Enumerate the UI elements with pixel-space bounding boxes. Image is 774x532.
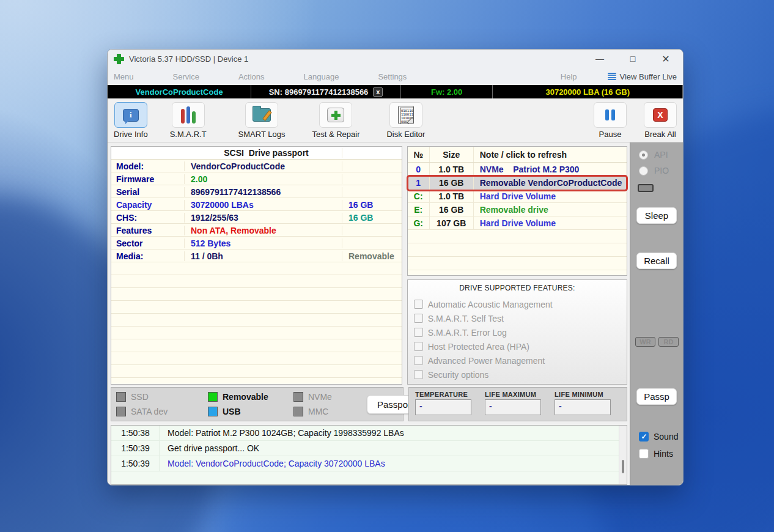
first-aid-icon <box>327 108 344 122</box>
passp-button[interactable]: Passp <box>636 388 677 405</box>
drive-note: NVMe Patriot M.2 P300 <box>474 164 627 174</box>
passport-row: Sector 512 Bytes <box>111 237 402 249</box>
break-all-button[interactable]: X Break All <box>644 102 677 139</box>
smart-logs-button[interactable]: SMART Logs <box>238 102 286 139</box>
device-firmware: Fw: 2.00 <box>401 85 493 98</box>
log-message: Model: Patriot M.2 P300 1024GB; Capacity… <box>160 428 404 438</box>
disk-editor-button[interactable]: 0101101100111010000001 Disk Editor <box>386 102 425 139</box>
test-repair-label: Test & Repair <box>312 130 359 139</box>
close-button[interactable]: ✕ <box>660 53 672 65</box>
smart-button[interactable]: S.M.A.R.T <box>170 102 207 139</box>
drive-row[interactable]: 0 1.0 TB NVMe Patriot M.2 P300 <box>408 163 627 176</box>
radio-unselected-icon <box>639 166 648 175</box>
device-model[interactable]: VendorCoProductCode <box>108 85 251 98</box>
menu-item[interactable]: Menu <box>114 72 134 81</box>
drive-row[interactable]: E: 16 GB Removable drive <box>408 203 627 216</box>
gauge: LIFE MINIMUM - <box>555 391 611 418</box>
passport-row: Firmware 2.00 <box>111 172 402 185</box>
menu-item[interactable]: Language <box>304 72 339 81</box>
feature-label: Host Protected Area (HPA) <box>428 342 529 352</box>
passport-row-label: CHS: <box>111 213 185 223</box>
legend-items: SSD Removable NVMe <box>116 390 367 419</box>
checkbox-unchecked-icon[interactable] <box>414 328 423 337</box>
passport-row-value: 30720000 LBAs <box>185 200 342 210</box>
passport-row-label: Firmware <box>111 174 185 184</box>
device-capacity: 30720000 LBA (16 GB) <box>493 85 683 98</box>
passport-row-label: Media: <box>111 251 185 261</box>
checkbox-unchecked-icon[interactable] <box>414 370 423 379</box>
log-panel: 1:50:38 Model: Patriot M.2 P300 1024GB; … <box>111 425 627 485</box>
pio-label: PIO <box>654 166 669 175</box>
legend-color-swatch <box>208 407 218 416</box>
minimize-button[interactable]: — <box>594 54 606 64</box>
main-area: SCSI Drive passport Model: VendorCoProdu… <box>108 142 630 485</box>
device-serial: SN: 8969791177412138566 x <box>251 85 401 98</box>
pause-icon <box>605 109 615 120</box>
menu-item[interactable]: Service <box>173 72 199 81</box>
sleep-button[interactable]: Sleep <box>636 207 677 224</box>
sound-checkbox[interactable]: Sound <box>639 432 678 441</box>
log-timestamp: 1:50:39 <box>111 456 160 471</box>
gauge-label: LIFE MINIMUM <box>555 391 611 398</box>
legend-item: NVMe <box>293 392 367 402</box>
view-buffer-live[interactable]: View Buffer Live <box>608 72 677 81</box>
feature-label: S.M.A.R.T. Self Test <box>428 314 504 323</box>
menu-bar: MenuServiceActionsLanguageSettings Help … <box>108 68 683 85</box>
checkbox-unchecked-icon <box>639 449 649 459</box>
drive-row[interactable]: 1 16 GB Removable VendorCoProductCode <box>408 176 627 190</box>
victoria-window: Victoria 5.37 HDD/SSD | Device 1 — □ ✕ M… <box>107 49 684 486</box>
passport-row: Model: VendorCoProductCode <box>111 160 402 172</box>
pio-radio[interactable]: PIO <box>639 166 669 175</box>
passport-row: Capacity 30720000 LBAs 16 GB <box>111 198 402 211</box>
right-sidebar: API PIO Sleep Recall WR RD Passp Sound H… <box>630 142 683 485</box>
legend-label: Removable <box>223 392 268 402</box>
passport-row-value: 2.00 <box>185 174 342 184</box>
passport-row-extra: 16 GB <box>342 200 402 210</box>
checkbox-unchecked-icon[interactable] <box>414 356 423 365</box>
checkbox-unchecked-icon[interactable] <box>414 300 423 309</box>
passport-row: Serial 8969791177412138566 <box>111 185 402 198</box>
menu-item[interactable]: Settings <box>378 72 407 81</box>
drive-row[interactable]: G: 107 GB Hard Drive Volume <box>408 216 627 230</box>
menu-item-help[interactable]: Help <box>561 72 577 81</box>
legend-label: SSD <box>131 392 149 402</box>
scrollbar-thumb[interactable] <box>622 460 624 473</box>
disk-editor-label: Disk Editor <box>386 130 425 139</box>
log-timestamp: 1:50:38 <box>111 426 160 440</box>
feature-item: S.M.A.R.T. Self Test <box>414 311 621 325</box>
passport-row-value: 1912/255/63 <box>185 213 342 223</box>
drive-size: 1.0 TB <box>430 190 474 203</box>
gauge-label: LIFE MAXIMUM <box>485 391 541 398</box>
smart-logs-label: SMART Logs <box>238 130 286 139</box>
menu-item[interactable]: Actions <box>238 72 265 81</box>
col-note-refresh[interactable]: Note / click to refresh <box>474 150 627 160</box>
checkbox-unchecked-icon[interactable] <box>414 314 423 323</box>
drive-row[interactable]: C: 1.0 TB Hard Drive Volume <box>408 190 627 203</box>
log-scrollbar[interactable] <box>619 426 627 484</box>
serial-close-icon[interactable]: x <box>373 87 383 97</box>
hints-checkbox[interactable]: Hints <box>639 449 673 459</box>
legend-item: MMC <box>293 407 367 416</box>
serial-text: SN: 8969791177412138566 <box>269 87 369 97</box>
log-timestamp: 1:50:39 <box>111 441 160 456</box>
checkbox-unchecked-icon[interactable] <box>414 342 423 351</box>
drive-size: 1.0 TB <box>430 163 474 176</box>
wr-button[interactable]: WR <box>635 337 655 347</box>
log-entry: 1:50:38 Model: Patriot M.2 P300 1024GB; … <box>111 426 619 441</box>
test-repair-button[interactable]: Test & Repair <box>312 102 359 139</box>
drive-info-button[interactable]: i Drive Info <box>114 102 148 139</box>
rd-button[interactable]: RD <box>658 337 679 347</box>
legend-label: MMC <box>308 407 328 416</box>
drive-list-header: № Size Note / click to refresh <box>408 147 627 163</box>
folder-pencil-icon <box>252 108 271 122</box>
legend-label: SATA dev <box>131 407 168 416</box>
drive-number: E: <box>408 203 430 216</box>
maximize-button[interactable]: □ <box>627 54 639 64</box>
passport-row-value: 11 / 0Bh <box>185 251 342 261</box>
pause-button[interactable]: Pause <box>594 102 627 139</box>
api-radio[interactable]: API <box>639 150 668 160</box>
recall-button[interactable]: Recall <box>636 253 677 269</box>
passport-header-row: SCSI Drive passport <box>111 147 402 160</box>
legend-panel: SSD Removable NVMe <box>111 387 404 421</box>
feature-item: Security options <box>414 368 621 382</box>
